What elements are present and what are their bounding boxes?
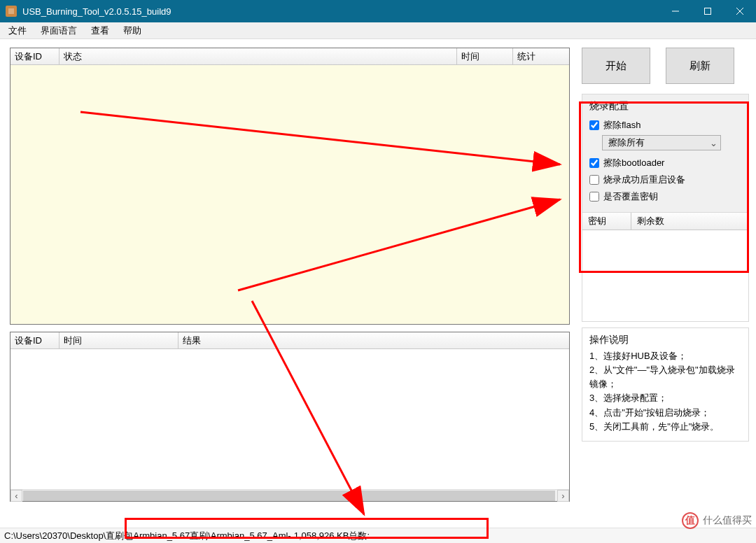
- col-stats[interactable]: 统计: [513, 48, 569, 64]
- erase-mode-value: 擦除所有: [608, 136, 645, 149]
- col-remaining[interactable]: 剩余数: [631, 213, 748, 230]
- overwrite-key-checkbox[interactable]: 是否覆盖密钥: [589, 188, 741, 205]
- statusbar-path: C:\Users\20370\Desktop\直刷包Armbian_5.67直刷…: [4, 530, 291, 542]
- overwrite-key-label: 是否覆盖密钥: [603, 190, 658, 203]
- col-log-device-id[interactable]: 设备ID: [10, 332, 59, 348]
- window-title: USB_Burning_Tool_v2.0.5.15_build9: [22, 6, 659, 17]
- key-table: 密钥 剩余数: [582, 212, 749, 322]
- watermark: 值 什么值得买: [682, 512, 752, 529]
- log-table-body: [10, 349, 569, 489]
- chevron-down-icon: ⌄: [710, 138, 718, 148]
- erase-bootloader-input[interactable]: [589, 158, 599, 168]
- close-button[interactable]: [724, 0, 756, 22]
- menu-file[interactable]: 文件: [3, 23, 32, 38]
- menubar: 文件 界面语言 查看 帮助: [0, 22, 756, 39]
- burn-config-panel: 烧录配置 擦除flash 擦除所有 ⌄ 擦除bootloader 烧录成功后重启…: [582, 94, 749, 213]
- overwrite-key-input[interactable]: [589, 192, 599, 202]
- burn-config-title: 烧录配置: [589, 99, 741, 117]
- svg-rect-0: [8, 8, 14, 14]
- scroll-left-icon[interactable]: ‹: [10, 490, 22, 502]
- col-key[interactable]: 密钥: [582, 213, 631, 230]
- col-device-id[interactable]: 设备ID: [10, 48, 59, 64]
- key-table-header: 密钥 剩余数: [582, 213, 748, 230]
- ops-line: 5、关闭工具前，先"停止"烧录。: [589, 420, 741, 434]
- col-log-result[interactable]: 结果: [178, 332, 569, 348]
- ops-line: 1、连接好HUB及设备；: [589, 349, 741, 363]
- reboot-after-label: 烧录成功后重启设备: [603, 174, 685, 186]
- statusbar-size: 1,058,926 KB: [294, 530, 349, 541]
- reboot-after-input[interactable]: [589, 175, 599, 185]
- col-status[interactable]: 状态: [59, 48, 457, 64]
- log-table-header: 设备ID 时间 结果: [10, 332, 569, 349]
- reboot-after-checkbox[interactable]: 烧录成功后重启设备: [589, 171, 741, 188]
- device-table: 设备ID 状态 时间 统计: [10, 48, 570, 325]
- ops-line: 4、点击"开始"按钮启动烧录；: [589, 406, 741, 420]
- erase-mode-select[interactable]: 擦除所有 ⌄: [602, 135, 721, 150]
- start-button[interactable]: 开始: [582, 48, 650, 84]
- menu-help[interactable]: 帮助: [118, 23, 147, 38]
- col-log-time[interactable]: 时间: [59, 332, 178, 348]
- svg-rect-2: [705, 8, 711, 15]
- erase-flash-checkbox[interactable]: 擦除flash: [589, 117, 741, 134]
- statusbar-total: 总数:: [349, 530, 370, 542]
- erase-flash-label: 擦除flash: [603, 119, 640, 132]
- scroll-right-icon[interactable]: ›: [557, 490, 569, 502]
- ops-title: 操作说明: [589, 334, 741, 349]
- log-table: 设备ID 时间 结果 ‹ ›: [10, 332, 570, 502]
- device-table-header: 设备ID 状态 时间 统计: [10, 48, 569, 65]
- erase-flash-input[interactable]: [589, 120, 599, 130]
- menu-view[interactable]: 查看: [85, 23, 115, 38]
- watermark-text: 什么值得买: [703, 514, 752, 527]
- scroll-thumb[interactable]: [23, 491, 555, 501]
- col-time[interactable]: 时间: [457, 48, 513, 64]
- ops-line: 3、选择烧录配置；: [589, 391, 741, 405]
- device-table-body: [10, 65, 569, 324]
- log-table-hscroll[interactable]: ‹ ›: [10, 489, 569, 501]
- menu-ui-language[interactable]: 界面语言: [35, 23, 83, 38]
- operation-instructions: 操作说明 1、连接好HUB及设备； 2、从"文件"—"导入烧录包"加载烧录镜像；…: [582, 327, 749, 442]
- key-table-body: [582, 230, 748, 321]
- erase-bootloader-checkbox[interactable]: 擦除bootloader: [589, 155, 741, 171]
- erase-bootloader-label: 擦除bootloader: [603, 157, 664, 169]
- window-titlebar: USB_Burning_Tool_v2.0.5.15_build9: [0, 0, 756, 22]
- app-icon: [6, 6, 17, 17]
- ops-line: 2、从"文件"—"导入烧录包"加载烧录镜像；: [589, 363, 741, 391]
- maximize-button[interactable]: [692, 0, 724, 22]
- refresh-button[interactable]: 刷新: [666, 48, 734, 84]
- minimize-button[interactable]: [659, 0, 692, 22]
- watermark-icon: 值: [682, 512, 699, 529]
- statusbar: C:\Users\20370\Desktop\直刷包Armbian_5.67直刷…: [0, 528, 756, 543]
